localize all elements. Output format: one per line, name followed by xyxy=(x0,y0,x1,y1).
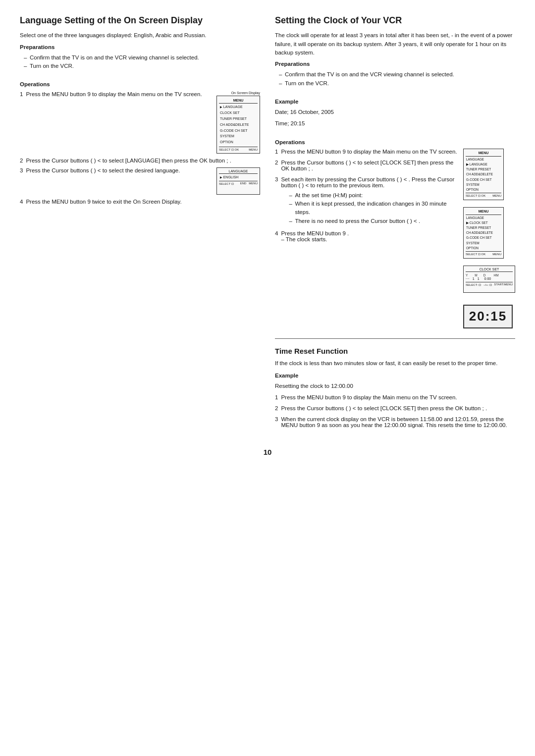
right-m2-system: SYSTEM xyxy=(466,240,501,245)
menu1-option: OPTION xyxy=(219,139,258,145)
right-m1-gcode: G-CODE CH SET xyxy=(466,177,501,182)
right-menu2-title: MENU xyxy=(466,209,501,215)
right-example-date: Date; 16 October, 2005 xyxy=(275,108,515,116)
left-operations: Operations 1 Press the MENU button 9 to … xyxy=(20,80,260,205)
right-op4-sub: – The clock starts. xyxy=(281,236,349,242)
left-op2-item: 2 Press the Cursor buttons ( ) < to sele… xyxy=(20,158,260,163)
lang-display: LANGUAGE ENGLISH SELECT ⊡ END MENU xyxy=(216,167,260,195)
right-example-title: Example xyxy=(275,98,515,106)
language-intro: Select one of the three languages displa… xyxy=(20,31,260,40)
right-ops-text-area: 1 Press the MENU button 9 to display the… xyxy=(275,149,459,328)
menu1-clockset: CLOCK SET xyxy=(219,110,258,116)
right-op3-sub-note: At the set time (H:M) point: xyxy=(289,191,459,200)
time-reset-op2-text: Press the Cursor buttons ( ) < to select… xyxy=(281,405,487,411)
right-m2-clock: CLOCK SET xyxy=(466,220,501,225)
left-menu1-display: MENU LANGUAGE CLOCK SET TUNER PRESET CH … xyxy=(216,96,260,154)
right-op3-content: Set each item by pressing the Cursor but… xyxy=(281,176,459,225)
right-prep-item-1: Confirm that the TV is on and the VCR vi… xyxy=(279,70,515,79)
left-ops-title: Operations xyxy=(20,80,260,89)
time-reset-title: Time Reset Function xyxy=(275,347,515,355)
clock-set-bottom: SELECT: ⊡ ~/+: ⊡START:MENU xyxy=(466,282,513,286)
clock-title: Setting the Clock of Your VCR xyxy=(275,15,515,26)
menu1-system: SYSTEM xyxy=(219,133,258,139)
menu1-title: MENU xyxy=(219,98,258,104)
right-menu1-title: MENU xyxy=(466,151,501,157)
right-menu1-display: MENU LANGUAGE LANGUAGE TUNER PRESET CH A… xyxy=(463,149,504,200)
left-prep-item-2: Turn on the VCR. xyxy=(24,62,260,70)
left-op1-content: 1 Press the MENU button 9 to display the… xyxy=(20,91,212,97)
left-op4-text: Press the MENU button 9 twice to exit th… xyxy=(26,199,181,205)
time-reset-example-text: Resetting the clock to 12:00.00 xyxy=(275,382,515,390)
right-m2-bottom: SELECT ⊡ OKMENU xyxy=(466,251,501,256)
right-prep-list: Confirm that the TV is on and the VCR vi… xyxy=(279,70,515,88)
right-column: Setting the Clock of Your VCR The clock … xyxy=(275,15,515,438)
on-screen-label: On Screen Display xyxy=(231,91,260,95)
time-reset-ops-list: 1 Press the MENU button 9 to display the… xyxy=(275,394,515,428)
left-op2-text: Press the Cursor buttons ( ) < to select… xyxy=(26,158,231,163)
left-op3-content: 3 Press the Cursor buttons ( ) < to sele… xyxy=(20,167,212,173)
time-reset-op3: 3 When the current clock display on the … xyxy=(275,416,515,428)
menu1-gcode: G-CODE CH SET xyxy=(219,128,258,134)
right-m1-bottom: SELECT ⊡ OKMENU xyxy=(466,193,501,198)
clock-set-display: CLOCK SET YMDHM ····110:00 SELECT: ⊡ ~/+… xyxy=(463,266,515,293)
right-prep-title: Preparations xyxy=(275,60,515,68)
lang-display-bottom: SELECT ⊡ END MENU xyxy=(219,181,258,185)
menu1-tuner: TUNER PRESET xyxy=(219,116,258,122)
left-op1-text: Press the MENU button 9 to display the M… xyxy=(26,91,202,97)
right-op1-item: 1 Press the MENU button 9 to display the… xyxy=(275,149,459,155)
left-preparations: Preparations Confirm that the TV is on a… xyxy=(20,43,260,71)
right-op4-item: 4 Press the MENU button 9 . – The clock … xyxy=(275,230,459,242)
right-example: Example Date; 16 October, 2005 Time; 20:… xyxy=(275,98,515,128)
right-preparations: Preparations Confirm that the TV is on a… xyxy=(275,60,515,88)
right-op4-text: Press the MENU button 9 . xyxy=(281,230,349,236)
time-reset-op2: 2 Press the Cursor buttons ( ) < to sele… xyxy=(275,405,515,411)
left-op3-item: 3 Press the Cursor buttons ( ) < to sele… xyxy=(20,167,212,173)
right-op1-text: Press the MENU button 9 to display the M… xyxy=(281,149,457,155)
left-op1-row: 1 Press the MENU button 9 to display the… xyxy=(20,91,260,154)
right-m2-chadd: CH ADD&DELETE xyxy=(466,230,501,235)
page-number: 10 xyxy=(20,448,515,456)
language-section: Language Setting of the On Screen Displa… xyxy=(20,15,260,205)
menu1-chadd: CH ADD&DELETE xyxy=(219,122,258,128)
right-ops-with-displays: 1 Press the MENU button 9 to display the… xyxy=(275,149,515,328)
right-op4-content: Press the MENU button 9 . – The clock st… xyxy=(281,230,349,242)
right-menu2-display: MENU LANGUAGE CLOCK SET TUNER PRESET CH … xyxy=(463,207,504,259)
section-divider xyxy=(275,338,515,339)
time-reset-example-title: Example xyxy=(275,372,515,380)
right-m1-system: SYSTEM xyxy=(466,182,501,187)
right-m1-tuner: TUNER PRESET xyxy=(466,167,501,172)
right-operations: Operations 1 Press the MENU button 9 to … xyxy=(275,138,515,328)
right-m1-chadd: CH ADD&DELETE xyxy=(466,172,501,177)
right-ops-title: Operations xyxy=(275,138,515,147)
time-reset-example: Example Resetting the clock to 12:00.00 xyxy=(275,372,515,391)
left-op4-item: 4 Press the MENU button 9 twice to exit … xyxy=(20,199,260,205)
right-op3-item: 3 Set each item by pressing the Cursor b… xyxy=(275,176,459,225)
right-m2-gcode: G-CODE CH SET xyxy=(466,235,501,240)
time-reset-intro: If the clock is less than two minutes sl… xyxy=(275,359,515,368)
right-m1-lang: LANGUAGE xyxy=(466,157,501,162)
time-reset-op3-text: When the current clock display on the VC… xyxy=(281,416,515,428)
right-displays-column: MENU LANGUAGE LANGUAGE TUNER PRESET CH A… xyxy=(463,149,515,328)
clock-set-labels: YMDHM xyxy=(466,273,513,277)
right-example-time: Time; 20:15 xyxy=(275,119,515,128)
left-prep-title: Preparations xyxy=(20,43,260,52)
language-title: Language Setting of the On Screen Displa… xyxy=(20,15,260,26)
right-m1-option: OPTION xyxy=(466,187,501,192)
clock-set-values: ····110:00 xyxy=(466,277,513,280)
menu1-bottom: SELECT ⊡ OK MENU xyxy=(219,147,258,152)
left-menu1-area: On Screen Display MENU LANGUAGE CLOCK SE… xyxy=(216,91,260,154)
right-m2-lang: LANGUAGE xyxy=(466,216,501,220)
left-op1-container: 1 Press the MENU button 9 to display the… xyxy=(20,91,260,154)
left-op1-item: 1 Press the MENU button 9 to display the… xyxy=(20,91,212,97)
right-op3-sub-1: When it is kept pressed, the indication … xyxy=(289,200,459,217)
lang-display-title: LANGUAGE xyxy=(219,169,258,174)
time-reset-op1-text: Press the MENU button 9 to display the M… xyxy=(281,394,457,400)
left-prep-list: Confirm that the TV is on and the VCR vi… xyxy=(24,54,260,71)
right-m1-clock: LANGUAGE xyxy=(466,162,501,167)
right-op3-sub-2: There is no need to press the Cursor but… xyxy=(289,217,459,225)
right-op2-text: Press the Cursor buttons ( ) < to select… xyxy=(281,160,459,171)
clock-set-title: CLOCK SET xyxy=(466,268,513,272)
right-m2-option: OPTION xyxy=(466,245,501,250)
right-op3-text: Set each item by pressing the Cursor but… xyxy=(281,176,454,188)
left-prep-item-1: Confirm that the TV is on and the VCR vi… xyxy=(24,54,260,62)
